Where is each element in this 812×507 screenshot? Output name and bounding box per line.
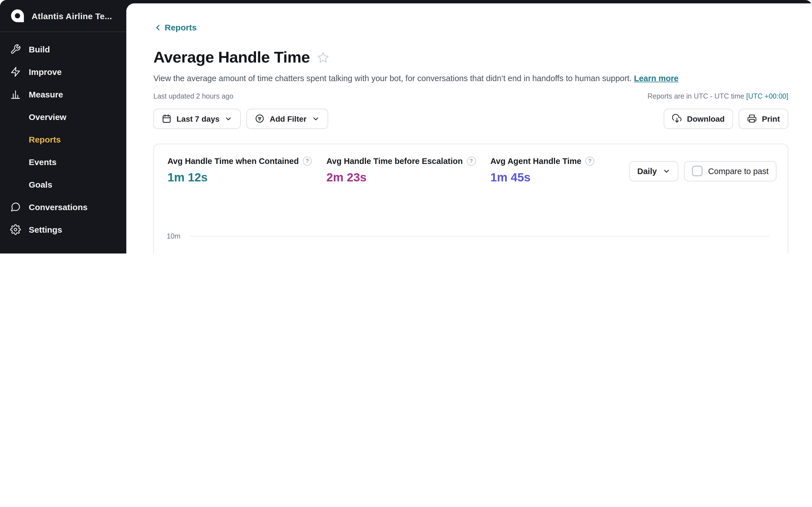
- metric-value: 1m 45s: [490, 170, 594, 184]
- sidebar: Atlantis Airline Te... Build Improve M: [0, 0, 126, 253]
- sidebar-item-goals[interactable]: Goals: [0, 173, 126, 195]
- workspace-switcher[interactable]: Atlantis Airline Te...: [0, 0, 126, 32]
- sidebar-item-label: Measure: [29, 89, 63, 99]
- metric-label: Avg Agent Handle Time: [490, 156, 581, 165]
- description-text: View the average amount of time chatters…: [153, 73, 631, 82]
- help-tooltip-icon[interactable]: ?: [467, 156, 476, 165]
- sidebar-nav: Build Improve Measure Overview Reports: [0, 32, 126, 240]
- chevron-left-icon: [153, 23, 162, 32]
- timezone-note: Reports are in UTC - UTC time [UTC +00:0…: [648, 92, 789, 100]
- breadcrumb[interactable]: Reports: [153, 22, 197, 32]
- page-title: Average Handle Time: [153, 48, 310, 67]
- sidebar-item-improve[interactable]: Improve: [0, 60, 126, 83]
- timezone-link[interactable]: [UTC +00:00]: [746, 92, 788, 100]
- metric-value: 1m 12s: [167, 170, 312, 184]
- download-cloud-icon: [672, 114, 682, 123]
- chat-bubble-icon: [10, 202, 21, 212]
- metric-before-escalation: Avg Handle Time before Escalation ? 2m 2…: [326, 156, 476, 184]
- printer-icon: [747, 114, 757, 123]
- sidebar-item-settings[interactable]: Settings: [0, 218, 126, 240]
- metric-contained: Avg Handle Time when Contained ? 1m 12s: [167, 156, 312, 184]
- help-tooltip-icon[interactable]: ?: [585, 156, 594, 165]
- aht-chart-card: Avg Handle Time when Contained ? 1m 12s …: [153, 144, 788, 253]
- page-description: View the average amount of time chatters…: [153, 72, 788, 83]
- favorite-star-icon[interactable]: [317, 51, 329, 63]
- chevron-down-icon: [312, 115, 319, 122]
- download-button[interactable]: Download: [664, 108, 733, 129]
- metric-label: Avg Handle Time before Escalation: [326, 156, 463, 165]
- help-tooltip-icon[interactable]: ?: [303, 156, 312, 165]
- download-label: Download: [687, 114, 725, 123]
- sidebar-item-build[interactable]: Build: [0, 38, 126, 60]
- print-button[interactable]: Print: [739, 108, 788, 129]
- timezone-text: Reports are in UTC - UTC time: [648, 92, 744, 100]
- compare-to-past-toggle[interactable]: Compare to past: [684, 161, 776, 181]
- sidebar-item-measure[interactable]: Measure: [0, 83, 126, 105]
- sidebar-item-label: Improve: [29, 67, 62, 76]
- calendar-icon: [162, 114, 171, 123]
- print-label: Print: [762, 114, 780, 123]
- workspace-name: Atlantis Airline Te...: [32, 11, 112, 20]
- y-tick-label: 10m: [167, 232, 180, 240]
- granularity-label: Daily: [637, 166, 657, 175]
- date-range-label: Last 7 days: [176, 114, 220, 123]
- sidebar-item-label: Build: [29, 44, 50, 54]
- sidebar-item-events[interactable]: Events: [0, 151, 126, 173]
- chevron-down-icon: [225, 115, 233, 122]
- lightning-icon: [10, 66, 21, 77]
- sidebar-item-label: Settings: [29, 224, 62, 234]
- sidebar-item-overview[interactable]: Overview: [0, 105, 126, 128]
- sidebar-item-label: Conversations: [29, 202, 87, 212]
- learn-more-link[interactable]: Learn more: [634, 73, 678, 82]
- add-filter-label: Add Filter: [270, 114, 307, 123]
- bar-chart-icon: [10, 89, 21, 100]
- breadcrumb-label: Reports: [165, 22, 197, 32]
- compare-label: Compare to past: [708, 166, 769, 175]
- ada-logo-icon: [10, 8, 25, 23]
- sidebar-item-label: Events: [29, 157, 56, 166]
- wrench-icon: [10, 44, 21, 54]
- chevron-down-icon: [663, 167, 670, 175]
- gear-icon: [10, 224, 21, 235]
- date-range-button[interactable]: Last 7 days: [153, 108, 241, 129]
- sidebar-item-label: Reports: [29, 134, 61, 144]
- metric-value: 2m 23s: [326, 170, 476, 184]
- sidebar-item-label: Goals: [29, 179, 52, 189]
- last-updated: Last updated 2 hours ago: [153, 92, 234, 100]
- metric-label: Avg Handle Time when Contained: [167, 156, 299, 165]
- app-window: Atlantis Airline Te... Build Improve M: [0, 0, 812, 253]
- add-filter-button[interactable]: Add Filter: [247, 108, 328, 129]
- sidebar-item-conversations[interactable]: Conversations: [0, 195, 126, 218]
- sidebar-item-label: Overview: [29, 112, 66, 121]
- compare-checkbox[interactable]: [692, 166, 703, 176]
- granularity-select[interactable]: Daily: [629, 161, 678, 181]
- sidebar-item-reports[interactable]: Reports: [0, 128, 126, 151]
- metric-agent: Avg Agent Handle Time ? 1m 45s: [490, 156, 594, 184]
- main-panel: Reports Average Handle Time View the ave…: [126, 3, 812, 253]
- filter-icon: [255, 114, 265, 123]
